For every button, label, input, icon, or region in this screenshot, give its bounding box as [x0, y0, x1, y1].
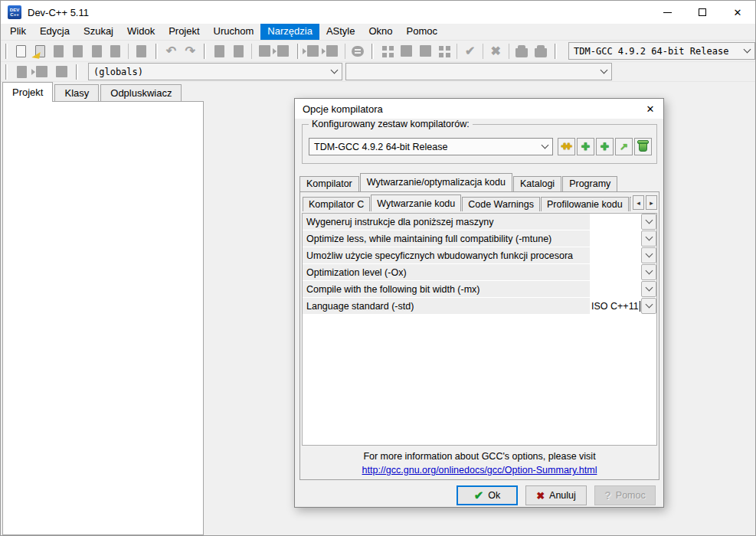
swap-header-source-button[interactable] — [11, 63, 31, 81]
menu-narzedzia[interactable]: Narzędzia — [260, 24, 319, 40]
members-combo[interactable] — [345, 63, 612, 80]
goto-bookmark-button[interactable] — [416, 42, 435, 60]
sidebar-tab-klasy[interactable]: Klasy — [54, 84, 99, 102]
save-button[interactable] — [49, 42, 68, 60]
insert-snippet-button[interactable] — [378, 42, 397, 60]
tab-programy[interactable]: Programy — [562, 176, 617, 191]
print-button[interactable] — [132, 42, 151, 60]
subtab-kompilator-c[interactable]: Kompilator C — [303, 197, 370, 211]
project-panel[interactable] — [2, 101, 204, 535]
minimize-button[interactable] — [650, 1, 685, 24]
maximize-button[interactable] — [685, 1, 720, 24]
close-all-button[interactable] — [106, 42, 126, 60]
ok-button-label: Ok — [488, 490, 500, 501]
chevron-down-icon — [601, 67, 608, 74]
toggle-bookmark-icon — [401, 45, 412, 57]
close-file-button[interactable] — [87, 42, 106, 60]
menu-edycja[interactable]: Edycja — [33, 24, 77, 40]
menu-astyle[interactable]: AStyle — [319, 24, 362, 40]
add-blank-set-button[interactable]: ✚ — [577, 138, 594, 155]
subtab-konsolidator[interactable]: Konsoli — [630, 197, 631, 211]
compile-button[interactable] — [210, 42, 229, 60]
add-default-set-button[interactable]: ✚✚ — [558, 138, 575, 155]
subtab-profilowanie-kodu[interactable]: Profilowanie kodu — [541, 197, 629, 211]
language-standard-value[interactable]: ISO C++11 — [590, 298, 640, 314]
new-file-icon — [16, 45, 26, 57]
tab-wytwarzanie-optymalizacja[interactable]: Wytwarzanie/optymalizacja kodu — [360, 173, 512, 191]
menu-plik[interactable]: Plik — [3, 24, 33, 40]
run-button[interactable] — [255, 42, 274, 60]
debug-button[interactable] — [322, 42, 342, 60]
package-manager-button[interactable] — [512, 42, 532, 60]
globals-combo[interactable]: (globals) — [88, 63, 342, 80]
rebuild-button[interactable] — [303, 42, 322, 60]
menu-uruchom[interactable]: Uruchom — [207, 24, 261, 40]
menu-okno[interactable]: Okno — [362, 24, 399, 40]
chevron-down-icon — [744, 46, 751, 54]
abort-compilation-button[interactable]: ✖ — [486, 42, 506, 60]
rename-set-button[interactable]: ↗ — [615, 138, 633, 155]
tab-kompilator[interactable]: Kompilator — [299, 176, 359, 191]
compiler-set-toolbar-value: TDM-GCC 4.9.2 64-bit Release — [574, 46, 728, 57]
tab-katalogi[interactable]: Katalogi — [513, 176, 561, 191]
option-value[interactable] — [590, 247, 640, 263]
subtab-wytwarzanie-kodu[interactable]: Wytwarzanie kodu — [371, 194, 461, 211]
swap-header-source-icon — [17, 66, 27, 78]
redo-icon: ↷ — [185, 45, 195, 57]
ok-button[interactable]: ✔ Ok — [457, 485, 518, 505]
dialog-close-button[interactable]: ✕ — [637, 99, 663, 119]
compiler-set-toolbar-combo[interactable]: TDM-GCC 4.9.2 64-bit Release — [568, 42, 755, 60]
option-value[interactable] — [590, 214, 640, 230]
copy-set-button[interactable]: ✚ — [596, 138, 614, 155]
minimize-icon — [663, 12, 672, 13]
option-dropdown-button[interactable] — [641, 214, 656, 230]
compile-run-icon — [277, 45, 289, 57]
goto-implementation-button[interactable] — [51, 63, 71, 81]
subtab-scroll-right-button[interactable]: ▸ — [646, 195, 657, 210]
option-value[interactable] — [590, 264, 640, 280]
option-value[interactable] — [590, 281, 640, 297]
window-layout-button[interactable] — [435, 42, 454, 60]
new-file-button[interactable] — [11, 42, 31, 60]
stop-execution-button[interactable] — [349, 42, 368, 60]
open-file-button[interactable] — [31, 42, 50, 60]
menu-projekt[interactable]: Projekt — [162, 24, 206, 40]
cancel-button[interactable]: ✖ Anuluj — [525, 485, 587, 505]
undo-button[interactable]: ↶ — [162, 42, 181, 60]
help-button: ? Pomoc — [594, 485, 656, 505]
goto-declaration-icon — [36, 66, 47, 77]
sidebar-tab-projekt[interactable]: Projekt — [2, 82, 53, 102]
option-dropdown-button[interactable] — [641, 247, 656, 263]
app-window: DEV C++ Dev-C++ 5.11 ✕ Plik Edycja Szuka… — [0, 0, 756, 536]
print-icon — [136, 45, 146, 57]
compiler-set-combo[interactable]: TDM-GCC 4.9.2 64-bit Release — [309, 138, 553, 155]
toggle-bookmark-button[interactable] — [397, 42, 416, 60]
help-button-label: Pomoc — [616, 490, 646, 501]
package-install-icon — [535, 48, 547, 57]
subtab-code-warnings[interactable]: Code Warnings — [462, 197, 540, 211]
option-dropdown-button[interactable] — [641, 264, 656, 280]
sidebar-tab-odpluskwiacz[interactable]: Odpluskwiacz — [100, 84, 182, 102]
gcc-options-link[interactable]: http://gcc.gnu.org/onlinedocs/gcc/Option… — [300, 465, 659, 476]
package-install-button[interactable] — [531, 42, 550, 60]
delete-set-button[interactable] — [634, 138, 652, 155]
add-blank-set-icon: ✚ — [581, 141, 590, 152]
toolbar-separator — [483, 44, 483, 59]
menu-widok[interactable]: Widok — [120, 24, 162, 40]
option-dropdown-button[interactable] — [641, 298, 656, 314]
goto-declaration-button[interactable] — [31, 63, 51, 81]
subtab-scroll-left-button[interactable]: ◂ — [633, 195, 644, 210]
redo-button[interactable]: ↷ — [181, 42, 200, 60]
compile-current-button[interactable] — [229, 42, 248, 60]
option-dropdown-button[interactable] — [641, 230, 656, 247]
compile-run-button[interactable] — [274, 42, 293, 60]
close-button[interactable]: ✕ — [720, 1, 755, 24]
main-toolbar: ↶ ↷ ✔ ✖ TDM-GCC 4.9.2 64-bit Release — [1, 41, 755, 62]
menu-pomoc[interactable]: Pomoc — [400, 24, 444, 40]
option-value[interactable] — [590, 230, 640, 247]
option-dropdown-button[interactable] — [641, 281, 656, 297]
delete-set-icon — [639, 142, 647, 152]
save-all-button[interactable] — [68, 42, 87, 60]
menu-szukaj[interactable]: Szukaj — [77, 24, 120, 40]
syntax-check-button[interactable]: ✔ — [460, 42, 479, 60]
